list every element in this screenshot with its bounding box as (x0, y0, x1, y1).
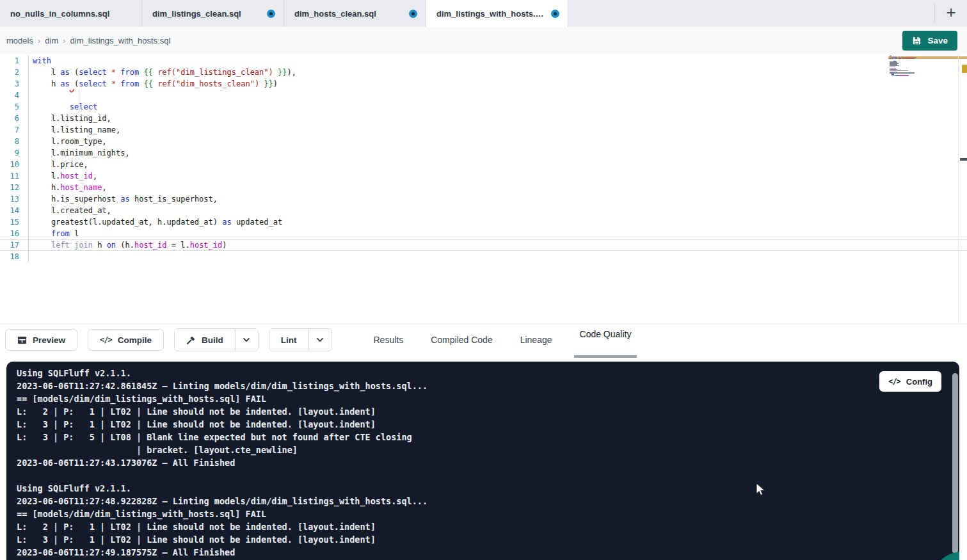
compile-button-label: Compile (118, 335, 152, 345)
compile-button[interactable]: </>Compile (88, 329, 164, 351)
build-dropdown-button[interactable] (235, 329, 258, 351)
tab-compiled-code[interactable]: Compiled Code (428, 324, 496, 355)
code-line[interactable]: 12 h.host_name, (0, 182, 967, 193)
terminal-log-line: L: 3 | P: 5 | LT08 | Blank line expected… (17, 431, 959, 444)
unsaved-indicator-icon (267, 10, 275, 18)
code-text: from l (29, 228, 79, 239)
code-line[interactable]: 9 l.minimum_nights, (0, 147, 967, 159)
table-icon (17, 335, 27, 345)
line-number: 6 (0, 113, 29, 124)
tab-label: dim_hosts_clean.sql (294, 9, 376, 19)
terminal-log-line: 2023-06-06T11:27:48.922828Z — Linting mo… (17, 495, 959, 508)
line-number: 7 (0, 124, 29, 136)
code-line[interactable]: 15 greatest(l.updated_at, h.updated_at) … (0, 216, 967, 228)
minimap[interactable] (890, 56, 936, 77)
build-button-group: Build (174, 328, 259, 351)
terminal-panel[interactable]: Using SQLFluff v2.1.1.2023-06-06T11:27:4… (6, 362, 959, 560)
minimap-line (890, 76, 936, 77)
code-lines: 1with2 l as (select * from {{ ref("dim_l… (0, 54, 967, 262)
config-button[interactable]: </> Config (879, 371, 941, 392)
line-number: 13 (0, 193, 29, 205)
code-text: l as (select * from {{ ref("dim_listings… (29, 67, 296, 78)
breadcrumb-separator: › (38, 36, 40, 45)
code-line[interactable]: 14 l.created_at, (0, 205, 967, 216)
code-text: h.is_superhost as host_is_superhost, (29, 193, 218, 205)
terminal-log-line: == [models/dim/dim_listings_with_hosts.s… (17, 508, 959, 520)
chevron-down-icon (316, 335, 324, 344)
line-number: 16 (0, 228, 29, 239)
breadcrumb-item[interactable]: models (6, 36, 33, 45)
terminal-log-line: L: 3 | P: 1 | LT02 | Line should not be … (17, 533, 959, 546)
tab-lineage[interactable]: Lineage (517, 324, 555, 355)
code-line[interactable]: 11 l.host_id, (0, 170, 967, 182)
tab-label: no_nulls_in_columns.sql (10, 9, 109, 19)
code-line[interactable]: 5 select (0, 101, 967, 113)
code-text: l.created_at, (29, 205, 111, 216)
breadcrumb: models›dim›dim_listings_with_hosts.sql (6, 36, 170, 45)
editor-tab-dim-listings-with-hosts-sql[interactable]: dim_listings_with_hosts.sql (426, 0, 568, 27)
breadcrumb-separator: › (63, 36, 65, 45)
terminal-log-line: 2023-06-06T11:27:49.187575Z — All Finish… (17, 546, 959, 559)
code-text: l.room_type, (29, 136, 107, 147)
line-number: 4 (0, 90, 29, 101)
code-line[interactable]: 4 (0, 90, 967, 101)
dbt-ide-window: no_nulls_in_columns.sqldim_listings_clea… (0, 0, 967, 560)
preview-button[interactable]: Preview (5, 329, 77, 351)
tab-code-quality[interactable]: Code Quality (577, 321, 635, 360)
code-text (29, 251, 33, 262)
terminal-scrollbar[interactable] (952, 373, 958, 554)
tab-results[interactable]: Results (371, 324, 407, 355)
tab-label: dim_listings_with_hosts.sql (436, 9, 546, 19)
breadcrumb-item[interactable]: dim (45, 36, 58, 45)
indent-guide (79, 90, 79, 113)
code-line[interactable]: 16 from l (0, 228, 967, 239)
code-line[interactable]: 3 h as (select * from {{ ref("dim_hosts_… (0, 78, 967, 90)
code-line[interactable]: 13 h.is_superhost as host_is_superhost, (0, 193, 967, 205)
line-number: 17 (0, 239, 29, 251)
editor-tab-no-nulls-in-columns-sql[interactable]: no_nulls_in_columns.sql (0, 0, 142, 27)
terminal-log-line: Using SQLFluff v2.1.1. (17, 482, 959, 495)
lint-dropdown-button[interactable] (308, 329, 332, 351)
line-number: 11 (0, 170, 29, 182)
config-button-label: Config (906, 377, 932, 387)
unsaved-indicator-icon (551, 10, 559, 18)
terminal-log-line: L: 2 | P: 1 | LT02 | Line should not be … (17, 520, 959, 533)
terminal-log-line: == [models/dim/dim_listings_with_hosts.s… (17, 392, 959, 405)
editor-scrollbar-track[interactable] (958, 54, 959, 324)
save-button-label: Save (927, 36, 948, 45)
editor-tabs: no_nulls_in_columns.sqldim_listings_clea… (0, 0, 568, 27)
build-button[interactable]: Build (175, 329, 235, 351)
code-line[interactable]: 1with (0, 55, 967, 67)
tab-bar-spacer (568, 0, 934, 27)
line-number: 1 (0, 55, 29, 67)
file-header-bar: models›dim›dim_listings_with_hosts.sql S… (0, 27, 967, 54)
code-text: with (29, 55, 51, 67)
result-tabs: ResultsCompiled CodeLineageCode Quality (371, 324, 635, 355)
code-line[interactable]: 2 l as (select * from {{ ref("dim_listin… (0, 67, 967, 78)
editor-tab-dim-listings-clean-sql[interactable]: dim_listings_clean.sql (142, 0, 284, 27)
chevron-down-icon (242, 335, 251, 344)
code-line[interactable]: 10 l.price, (0, 159, 967, 170)
code-line[interactable]: 18 (0, 251, 967, 262)
editor-toolbar: Preview</>CompileBuildLint ResultsCompil… (0, 324, 967, 355)
line-number: 12 (0, 182, 29, 193)
code-text: l.host_id, (29, 170, 97, 182)
line-number: 15 (0, 216, 29, 228)
line-number: 14 (0, 205, 29, 216)
save-floppy-icon (912, 36, 922, 45)
code-line[interactable]: 17 left join h on (h.host_id = l.host_id… (0, 239, 967, 251)
new-tab-button[interactable]: + (935, 0, 967, 27)
breadcrumb-item[interactable]: dim_listings_with_hosts.sql (70, 36, 171, 45)
code-icon: </> (888, 377, 900, 386)
code-text: l.listing_name, (29, 124, 120, 136)
code-line[interactable]: 8 l.room_type, (0, 136, 967, 147)
lint-button[interactable]: Lint (269, 329, 308, 351)
code-editor[interactable]: 1with2 l as (select * from {{ ref("dim_l… (0, 54, 967, 324)
save-button[interactable]: Save (902, 31, 957, 51)
code-line[interactable]: 6 l.listing_id, (0, 113, 967, 124)
lint-button-group: Lint (269, 328, 332, 351)
code-text: l.price, (29, 159, 88, 170)
code-text: h.host_name, (29, 182, 107, 193)
editor-tab-dim-hosts-clean-sql[interactable]: dim_hosts_clean.sql (284, 0, 426, 27)
code-line[interactable]: 7 l.listing_name, (0, 124, 967, 136)
